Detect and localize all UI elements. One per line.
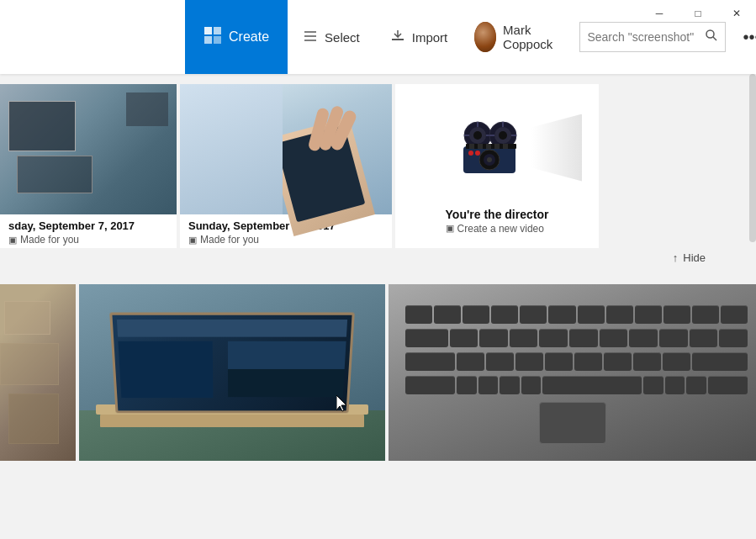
photo-laptop1[interactable] bbox=[79, 284, 385, 461]
close-button[interactable]: ✕ bbox=[717, 0, 756, 27]
svg-point-12 bbox=[473, 131, 482, 140]
photos-grid bbox=[0, 284, 756, 461]
search-input[interactable] bbox=[587, 30, 705, 44]
import-button[interactable]: Import bbox=[375, 0, 463, 74]
search-button[interactable] bbox=[705, 29, 718, 45]
svg-rect-34 bbox=[494, 144, 500, 149]
maximize-button[interactable]: □ bbox=[679, 0, 717, 27]
story-cards-row: sday, September 7, 2017 ▣ Made for you bbox=[0, 74, 756, 248]
select-button[interactable]: Select bbox=[288, 0, 375, 74]
story-card-2[interactable]: Sunday, September 17, 2017 ▣ Made for yo… bbox=[180, 84, 392, 248]
made-for-you-icon-2: ▣ bbox=[188, 235, 197, 246]
minimize-button[interactable]: ─ bbox=[640, 0, 679, 27]
story-card-2-sub: ▣ Made for you bbox=[188, 234, 383, 246]
svg-point-8 bbox=[706, 30, 714, 38]
story-card-1-date: sday, September 7, 2017 bbox=[8, 219, 168, 232]
video-sub: ▣ Create a new video bbox=[446, 223, 549, 235]
video-footer: You're the director ▣ Create a new video bbox=[437, 203, 558, 240]
story-card-2-image bbox=[180, 84, 392, 214]
story-card-video[interactable]: You're the director ▣ Create a new video bbox=[395, 84, 599, 248]
svg-rect-33 bbox=[486, 144, 491, 149]
svg-point-28 bbox=[468, 151, 473, 156]
video-title: You're the director bbox=[446, 208, 549, 221]
avatar-image bbox=[474, 22, 496, 52]
create-button[interactable]: Create bbox=[185, 0, 288, 74]
hide-button[interactable]: ↑ Hide bbox=[673, 251, 706, 264]
titlebar: ─ □ ✕ bbox=[640, 0, 756, 27]
photo-left-partial[interactable] bbox=[0, 284, 76, 461]
camera-icon bbox=[459, 114, 535, 182]
svg-rect-2 bbox=[204, 36, 212, 44]
story-card-1-sub: ▣ Made for you bbox=[8, 234, 168, 246]
scrollbar[interactable] bbox=[749, 74, 756, 242]
video-create-icon: ▣ bbox=[446, 223, 454, 234]
svg-point-29 bbox=[475, 151, 480, 156]
create-icon bbox=[204, 26, 222, 49]
hide-label: Hide bbox=[683, 251, 706, 264]
svg-rect-7 bbox=[392, 39, 404, 40]
hide-bar: ↑ Hide bbox=[0, 248, 756, 271]
video-icon-area bbox=[395, 93, 599, 203]
svg-rect-3 bbox=[214, 36, 221, 44]
import-label: Import bbox=[412, 30, 448, 45]
made-for-you-icon-1: ▣ bbox=[8, 235, 17, 246]
more-icon: ••• bbox=[743, 28, 756, 47]
avatar bbox=[474, 22, 496, 52]
svg-line-9 bbox=[713, 37, 716, 40]
light-beam bbox=[531, 114, 582, 182]
select-icon bbox=[303, 29, 318, 46]
main-content: sday, September 7, 2017 ▣ Made for you bbox=[0, 74, 756, 539]
svg-rect-32 bbox=[478, 144, 483, 149]
svg-point-19 bbox=[499, 131, 507, 140]
story-card-1-image bbox=[0, 84, 177, 214]
user-name: Mark Coppock bbox=[503, 23, 561, 51]
story-card-1[interactable]: sday, September 7, 2017 ▣ Made for you bbox=[0, 84, 177, 248]
select-label: Select bbox=[325, 30, 360, 45]
story-card-1-footer: sday, September 7, 2017 ▣ Made for you bbox=[0, 214, 177, 248]
photo-left-bg bbox=[0, 284, 76, 461]
hide-arrow-icon: ↑ bbox=[673, 251, 679, 264]
svg-rect-31 bbox=[469, 144, 474, 149]
svg-rect-35 bbox=[503, 144, 508, 149]
svg-rect-0 bbox=[204, 27, 212, 34]
svg-point-27 bbox=[487, 157, 492, 162]
story-card-2-footer: Sunday, September 17, 2017 ▣ Made for yo… bbox=[180, 214, 392, 248]
svg-rect-1 bbox=[214, 27, 221, 34]
photo-keyboard[interactable] bbox=[389, 284, 756, 461]
create-label: Create bbox=[229, 29, 269, 45]
import-icon bbox=[390, 29, 405, 46]
story-card-2-date: Sunday, September 17, 2017 bbox=[188, 219, 383, 232]
user-section[interactable]: Mark Coppock bbox=[463, 0, 573, 74]
